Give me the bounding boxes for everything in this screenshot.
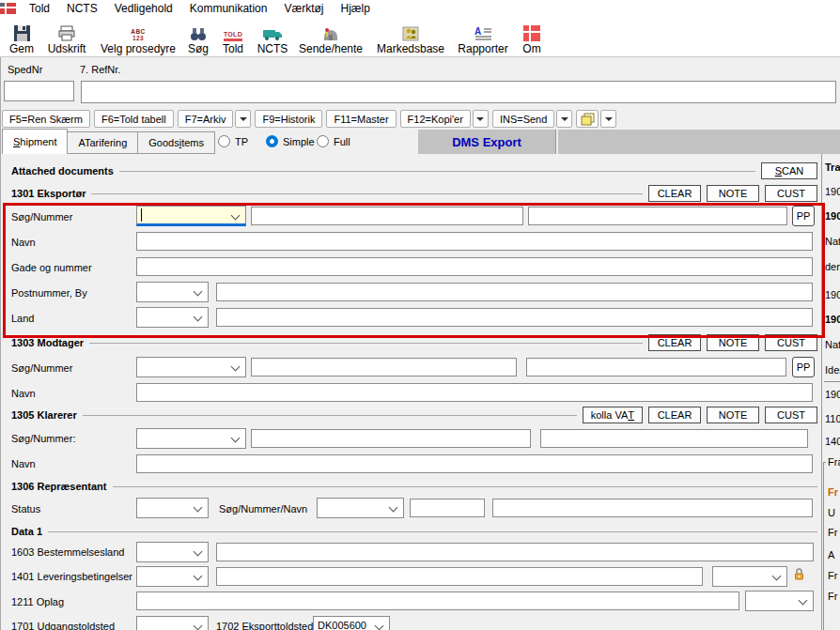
repraesentant-sog-combobox[interactable]: [317, 498, 404, 518]
modtager-extra-input[interactable]: [526, 358, 786, 376]
copy-documents-button[interactable]: [576, 110, 599, 128]
leveringsbetingelser-input[interactable]: [216, 567, 703, 586]
told-button[interactable]: TOLD Told: [215, 18, 251, 55]
pp-button[interactable]: PP: [792, 357, 815, 377]
cust-button[interactable]: CUST: [765, 407, 817, 423]
scan-button[interactable]: SCAN: [761, 162, 817, 179]
section-attached-documents: Attached documents SCAN: [11, 161, 817, 180]
oplag-label: 1211 Oplag: [11, 596, 64, 607]
oplag-input[interactable]: [136, 592, 739, 610]
klarerer-sog-combobox[interactable]: [136, 428, 246, 449]
repraesentant-number-input[interactable]: [410, 499, 485, 517]
section-1301-eksportor: 1301 Eksportør CLEAR NOTE CUST: [11, 184, 817, 203]
menu-kommunikation[interactable]: Kommunikation: [181, 0, 276, 17]
copy-documents-dropdown[interactable]: [600, 110, 616, 128]
f7-archive-button[interactable]: F7=Arkiv: [178, 110, 234, 128]
radio-simple[interactable]: Simple: [266, 135, 315, 147]
eksportor-number-input[interactable]: [251, 207, 523, 225]
clear-button[interactable]: CLEAR: [648, 334, 701, 351]
f12-copy-dropdown[interactable]: [473, 110, 489, 128]
tab-goods-items[interactable]: Goods items: [138, 131, 215, 154]
save-button[interactable]: Gem: [4, 18, 39, 55]
klarerer-navn-input[interactable]: [136, 454, 813, 473]
modtager-navn-input[interactable]: [136, 383, 813, 402]
ins-send-dropdown[interactable]: [556, 110, 572, 128]
menu-vaerktoj[interactable]: Værktøj: [275, 0, 332, 17]
printer-icon: [57, 22, 76, 41]
eksportor-navn-input[interactable]: [136, 232, 813, 251]
menu-ncts[interactable]: NCTS: [58, 0, 106, 17]
note-button[interactable]: NOTE: [707, 334, 759, 351]
postnummer-combobox[interactable]: [136, 282, 209, 302]
land-navn-input[interactable]: [216, 308, 813, 327]
note-button[interactable]: NOTE: [707, 185, 759, 202]
f11-master-button[interactable]: F11=Master: [326, 110, 396, 128]
section-data-1: Data 1: [11, 522, 817, 541]
kolla-vat-button[interactable]: kolla VAT: [583, 407, 643, 423]
tab-atarifering[interactable]: ATarifering: [68, 131, 138, 154]
print-button[interactable]: Udskrift: [41, 18, 92, 55]
oplag-combobox[interactable]: [745, 591, 814, 611]
klarerer-extra-input[interactable]: [540, 429, 808, 448]
sog-nummer-navn-label: Søg/Nummer/Navn: [219, 503, 307, 515]
udgangstoldsted-combobox[interactable]: [136, 616, 209, 630]
about-button[interactable]: Om: [516, 18, 548, 55]
modtager-sog-combobox[interactable]: [136, 357, 246, 377]
f7-archive-dropdown[interactable]: [235, 110, 251, 128]
right-panel-text: 1901: [825, 389, 840, 400]
land-combobox[interactable]: [136, 307, 209, 328]
chevron-down-icon: [231, 362, 241, 372]
bestemmelsesland-input[interactable]: [216, 543, 814, 561]
dms-empty-panel: [558, 130, 840, 154]
refnr-input[interactable]: [81, 81, 836, 103]
pp-button[interactable]: PP: [792, 206, 815, 226]
chevron-down-icon: [194, 547, 203, 557]
menu-vedligehold[interactable]: Vedligehold: [106, 0, 181, 17]
tab-shipment[interactable]: Shipment: [2, 129, 68, 154]
f5-clear-screen-button[interactable]: F5=Ren Skærm: [2, 110, 90, 128]
market-base-button[interactable]: Markedsbase: [373, 18, 448, 55]
app-flag-icon: [0, 3, 16, 14]
klarerer-number-input[interactable]: [251, 429, 531, 448]
radio-tp[interactable]: TP: [218, 135, 248, 147]
radio-full[interactable]: Full: [317, 135, 350, 147]
eksportor-extra-input[interactable]: [528, 207, 787, 225]
eksportor-gade-input[interactable]: [136, 257, 813, 276]
section-rule: [119, 171, 755, 172]
repraesentant-navn-input[interactable]: [492, 499, 813, 517]
leveringsbetingelser-combobox[interactable]: [136, 566, 209, 587]
leveringssted-combobox[interactable]: [712, 566, 787, 587]
ncts-button[interactable]: NCTS: [254, 18, 291, 55]
radio-circle-icon: [218, 135, 230, 147]
f12-copy-button[interactable]: F12=Kopi'er: [400, 110, 471, 128]
section-title: 1305 Klarerer: [11, 409, 77, 421]
section-rule: [91, 193, 643, 194]
eksportor-sog-combobox[interactable]: [136, 206, 246, 226]
clear-button[interactable]: CLEAR: [648, 407, 701, 423]
cust-button[interactable]: CUST: [765, 334, 817, 351]
menu-hjaelp[interactable]: Hjælp: [332, 0, 378, 17]
by-input[interactable]: [216, 283, 813, 301]
about-flag-icon: [523, 22, 540, 41]
modtager-number-input[interactable]: [251, 358, 517, 376]
eksporttoldsted-combobox[interactable]: DK005600: [313, 616, 390, 630]
choose-procedure-button[interactable]: ABC123 Velg prosedyre: [97, 18, 179, 55]
bestemmelsesland-combobox[interactable]: [136, 542, 209, 562]
send-receive-button[interactable]: Sende/hente: [295, 18, 366, 55]
status-combobox[interactable]: [136, 498, 209, 518]
eksporttoldsted-label: 1702 Eksporttoldsted: [216, 621, 313, 630]
cust-button[interactable]: CUST: [765, 185, 817, 202]
lock-icon[interactable]: [793, 567, 805, 580]
spednr-input[interactable]: [4, 81, 74, 101]
right-panel-divider: [821, 154, 822, 630]
reports-button[interactable]: A Rapporter: [454, 18, 512, 55]
clear-button[interactable]: CLEAR: [648, 185, 701, 202]
f6-told-table-button[interactable]: F6=Told tabell: [94, 110, 174, 128]
note-button[interactable]: NOTE: [707, 407, 759, 423]
search-button[interactable]: Søg: [183, 18, 213, 55]
f9-history-button[interactable]: F9=Historik: [255, 110, 322, 128]
menu-told[interactable]: Told: [21, 0, 58, 17]
ins-send-button[interactable]: INS=Send: [492, 110, 554, 128]
right-panel-text: den: [825, 261, 840, 272]
dms-export-panel[interactable]: DMS Export: [418, 130, 556, 154]
